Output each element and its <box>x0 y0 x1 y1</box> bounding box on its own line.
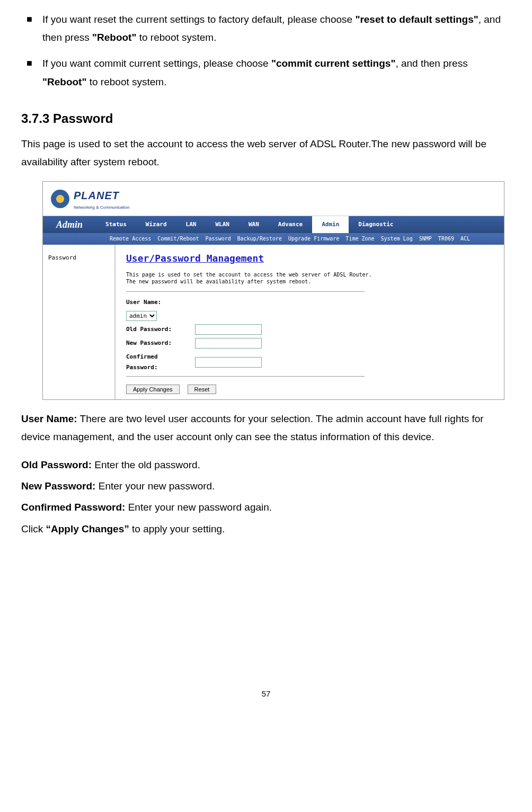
form-row-username-select: admin <box>126 311 493 321</box>
oldpwd-input[interactable] <box>195 324 262 335</box>
subnav-upgrade-firmware[interactable]: Upgrade Firmware <box>285 234 342 244</box>
oldpwd-definition: Old Password: Enter the old password. <box>21 456 511 474</box>
apply-prefix: Click <box>21 523 46 534</box>
section-intro: This page is used to set the account to … <box>21 135 511 171</box>
sidebar: Password <box>43 245 116 399</box>
newpwd-def-label: New Password: <box>21 480 95 492</box>
bullet-item: If you want reset the current settings t… <box>21 11 511 47</box>
username-def-text: There are two level user accounts for yo… <box>21 413 484 442</box>
logo-bar: PLANET Networking & Communication <box>43 182 504 216</box>
confpwd-label: Confirmed Password: <box>126 352 195 373</box>
text: to reboot system. <box>86 76 166 87</box>
nav-admin[interactable]: Admin <box>312 216 349 233</box>
nav-bar: Admin Status Wizard LAN WLAN WAN Advance… <box>43 216 504 233</box>
apply-instruction: Click “Apply Changes” to apply your sett… <box>21 520 511 538</box>
newpwd-input[interactable] <box>195 338 262 349</box>
subnav-bar: Remote Access Commit/Reboot Password Bac… <box>43 233 504 245</box>
username-def-label: User Name: <box>21 413 77 424</box>
subnav-password[interactable]: Password <box>202 234 234 244</box>
apply-changes-button[interactable]: Apply Changes <box>126 385 180 394</box>
form-row-newpwd: New Password: <box>126 338 493 349</box>
confpwd-def-text: Enter your new password again. <box>125 502 272 513</box>
bold-text: "commit current settings" <box>271 58 395 69</box>
bullet-list: If you want reset the current settings t… <box>21 11 511 91</box>
subnav-tr069[interactable]: TR069 <box>435 234 457 244</box>
reset-button[interactable]: Reset <box>188 385 217 394</box>
nav-section-label: Admin <box>43 216 96 233</box>
subnav-snmp[interactable]: SNMP <box>416 234 435 244</box>
confpwd-label-line1: Confirmed <box>126 353 158 360</box>
newpwd-def-text: Enter your new password. <box>95 480 215 492</box>
oldpwd-def-text: Enter the old password. <box>92 459 200 470</box>
planet-logo-icon <box>51 190 69 208</box>
text: If you want reset the current settings t… <box>42 14 355 25</box>
confpwd-label-line2: Password: <box>126 364 158 371</box>
apply-suffix: to apply your setting. <box>129 523 225 534</box>
nav-diagnostic[interactable]: Diagnostic <box>349 219 403 230</box>
form-row-username: User Name: <box>126 297 493 308</box>
content-area: Password User/Password Management This p… <box>43 245 504 399</box>
text: If you want commit current settings, ple… <box>42 58 271 69</box>
bullet-item: If you want commit current settings, ple… <box>21 55 511 91</box>
logo-text: PLANET <box>74 190 119 201</box>
subnav-backup-restore[interactable]: Backup/Restore <box>234 234 285 244</box>
nav-advance[interactable]: Advance <box>269 219 312 230</box>
bold-text: "Reboot" <box>42 76 86 87</box>
confpwd-input[interactable] <box>195 357 262 368</box>
form-row-oldpwd: Old Password: <box>126 324 493 335</box>
subnav-system-log[interactable]: System Log <box>378 234 416 244</box>
desc-line2: The new password will be availability af… <box>126 279 311 284</box>
logo-subtitle: Networking & Communication <box>74 204 129 211</box>
oldpwd-def-label: Old Password: <box>21 459 92 470</box>
section-heading: 3.7.3 Password <box>21 107 511 130</box>
main-panel: User/Password Management This page is us… <box>116 245 504 399</box>
nav-wan[interactable]: WAN <box>239 219 269 230</box>
logo-text-wrap: PLANET Networking & Communication <box>74 186 129 211</box>
nav-wlan[interactable]: WLAN <box>206 219 239 230</box>
panel-description: This page is used to set the account to … <box>126 271 493 285</box>
page-number: 57 <box>21 686 511 701</box>
subnav-acl[interactable]: ACL <box>457 234 473 244</box>
confpwd-def-label: Confirmed Password: <box>21 502 125 513</box>
username-select[interactable]: admin <box>126 311 157 321</box>
nav-lan[interactable]: LAN <box>176 219 206 230</box>
subnav-remote-access[interactable]: Remote Access <box>107 234 154 244</box>
oldpwd-label: Old Password: <box>126 324 195 335</box>
bold-text: "reset to default settings" <box>355 14 478 25</box>
confpwd-definition: Confirmed Password: Enter your new passw… <box>21 498 511 516</box>
newpwd-definition: New Password: Enter your new password. <box>21 477 511 495</box>
username-definition: User Name: There are two level user acco… <box>21 410 511 446</box>
username-label: User Name: <box>126 297 195 308</box>
apply-bold: “Apply Changes” <box>46 523 129 534</box>
button-row: Apply Changes Reset <box>126 385 493 394</box>
form-row-confpwd: Confirmed Password: <box>126 352 493 373</box>
divider <box>126 291 365 292</box>
subnav-commit-reboot[interactable]: Commit/Reboot <box>154 234 202 244</box>
nav-status[interactable]: Status <box>96 219 136 230</box>
sidebar-item-password[interactable]: Password <box>48 254 76 261</box>
nav-wizard[interactable]: Wizard <box>136 219 176 230</box>
newpwd-label: New Password: <box>126 338 195 349</box>
desc-line1: This page is used to set the account to … <box>126 272 372 278</box>
router-screenshot: PLANET Networking & Communication Admin … <box>42 181 504 399</box>
bold-text: "Reboot" <box>92 32 136 43</box>
text: to reboot system. <box>136 32 216 43</box>
divider <box>126 376 365 377</box>
panel-title: User/Password Management <box>126 250 493 267</box>
text: , and then press <box>395 58 467 69</box>
subnav-time-zone[interactable]: Time Zone <box>342 234 377 244</box>
